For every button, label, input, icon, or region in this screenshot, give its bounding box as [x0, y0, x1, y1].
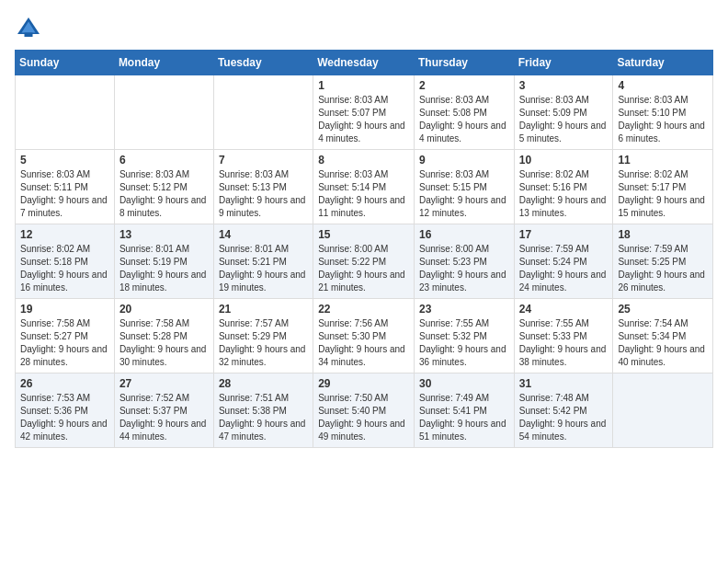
calendar-cell: 20Sunrise: 7:58 AMSunset: 5:28 PMDayligh…	[114, 299, 213, 373]
day-info: Sunrise: 8:02 AMSunset: 5:16 PMDaylight:…	[519, 168, 609, 220]
day-info: Sunrise: 7:49 AMSunset: 5:41 PMDaylight:…	[419, 392, 509, 443]
calendar-cell: 26Sunrise: 7:53 AMSunset: 5:36 PMDayligh…	[16, 373, 115, 448]
calendar-cell: 2Sunrise: 8:03 AMSunset: 5:08 PMDaylight…	[414, 75, 514, 150]
day-number: 26	[20, 377, 109, 390]
day-info: Sunrise: 7:57 AMSunset: 5:29 PMDaylight:…	[219, 317, 308, 369]
weekday-header-saturday: Saturday	[613, 51, 713, 75]
calendar-table: SundayMondayTuesdayWednesdayThursdayFrid…	[15, 50, 713, 448]
day-info: Sunrise: 7:55 AMSunset: 5:32 PMDaylight:…	[419, 317, 509, 369]
day-number: 1	[318, 79, 409, 92]
calendar-cell: 11Sunrise: 8:02 AMSunset: 5:17 PMDayligh…	[613, 150, 713, 224]
day-info: Sunrise: 7:58 AMSunset: 5:28 PMDaylight:…	[119, 317, 209, 369]
calendar-cell: 23Sunrise: 7:55 AMSunset: 5:32 PMDayligh…	[414, 299, 514, 373]
calendar-week-5: 26Sunrise: 7:53 AMSunset: 5:36 PMDayligh…	[16, 373, 713, 448]
calendar-cell: 29Sunrise: 7:50 AMSunset: 5:40 PMDayligh…	[313, 373, 415, 448]
day-number: 19	[20, 303, 109, 316]
day-info: Sunrise: 7:51 AMSunset: 5:38 PMDaylight:…	[219, 392, 308, 443]
day-info: Sunrise: 7:58 AMSunset: 5:27 PMDaylight:…	[20, 317, 109, 369]
logo-icon	[15, 15, 42, 42]
calendar-cell: 12Sunrise: 8:02 AMSunset: 5:18 PMDayligh…	[16, 224, 115, 299]
day-info: Sunrise: 8:00 AMSunset: 5:22 PMDaylight:…	[318, 243, 409, 294]
calendar-week-2: 5Sunrise: 8:03 AMSunset: 5:11 PMDaylight…	[16, 150, 713, 224]
day-number: 31	[519, 377, 609, 390]
day-info: Sunrise: 7:50 AMSunset: 5:40 PMDaylight:…	[318, 392, 409, 443]
day-number: 29	[318, 377, 409, 390]
calendar-cell: 19Sunrise: 7:58 AMSunset: 5:27 PMDayligh…	[16, 299, 115, 373]
day-info: Sunrise: 8:03 AMSunset: 5:07 PMDaylight:…	[318, 94, 409, 145]
page-container: SundayMondayTuesdayWednesdayThursdayFrid…	[0, 0, 728, 455]
calendar-cell	[114, 75, 213, 150]
day-number: 30	[419, 377, 509, 390]
calendar-cell: 7Sunrise: 8:03 AMSunset: 5:13 PMDaylight…	[213, 150, 313, 224]
day-number: 7	[219, 154, 308, 167]
calendar-cell: 27Sunrise: 7:52 AMSunset: 5:37 PMDayligh…	[114, 373, 213, 448]
day-info: Sunrise: 7:54 AMSunset: 5:34 PMDaylight:…	[618, 317, 708, 369]
day-number: 18	[618, 228, 708, 241]
day-info: Sunrise: 8:02 AMSunset: 5:17 PMDaylight:…	[618, 168, 708, 220]
day-number: 17	[519, 228, 609, 241]
calendar-cell: 25Sunrise: 7:54 AMSunset: 5:34 PMDayligh…	[613, 299, 713, 373]
day-info: Sunrise: 7:48 AMSunset: 5:42 PMDaylight:…	[519, 392, 609, 443]
calendar-cell: 5Sunrise: 8:03 AMSunset: 5:11 PMDaylight…	[16, 150, 115, 224]
calendar-week-1: 1Sunrise: 8:03 AMSunset: 5:07 PMDaylight…	[16, 75, 713, 150]
day-number: 15	[318, 228, 409, 241]
day-info: Sunrise: 7:52 AMSunset: 5:37 PMDaylight:…	[119, 392, 209, 443]
day-number: 6	[119, 154, 209, 167]
day-info: Sunrise: 8:03 AMSunset: 5:11 PMDaylight:…	[20, 168, 109, 220]
calendar-cell: 4Sunrise: 8:03 AMSunset: 5:10 PMDaylight…	[613, 75, 713, 150]
calendar-cell	[213, 75, 313, 150]
day-number: 16	[419, 228, 509, 241]
day-number: 5	[20, 154, 109, 167]
calendar-cell	[16, 75, 115, 150]
calendar-cell: 17Sunrise: 7:59 AMSunset: 5:24 PMDayligh…	[514, 224, 613, 299]
weekday-header-monday: Monday	[114, 51, 213, 75]
day-info: Sunrise: 7:59 AMSunset: 5:24 PMDaylight:…	[519, 243, 609, 294]
calendar-cell	[613, 373, 713, 448]
day-info: Sunrise: 7:59 AMSunset: 5:25 PMDaylight:…	[618, 243, 708, 294]
day-info: Sunrise: 7:55 AMSunset: 5:33 PMDaylight:…	[519, 317, 609, 369]
calendar-cell: 30Sunrise: 7:49 AMSunset: 5:41 PMDayligh…	[414, 373, 514, 448]
day-number: 24	[519, 303, 609, 316]
day-number: 20	[119, 303, 209, 316]
calendar-week-4: 19Sunrise: 7:58 AMSunset: 5:27 PMDayligh…	[16, 299, 713, 373]
svg-rect-2	[25, 33, 33, 38]
calendar-cell: 1Sunrise: 8:03 AMSunset: 5:07 PMDaylight…	[313, 75, 415, 150]
day-number: 25	[618, 303, 708, 316]
calendar-cell: 10Sunrise: 8:02 AMSunset: 5:16 PMDayligh…	[514, 150, 613, 224]
day-info: Sunrise: 8:03 AMSunset: 5:09 PMDaylight:…	[519, 94, 609, 145]
day-info: Sunrise: 8:03 AMSunset: 5:08 PMDaylight:…	[419, 94, 509, 145]
calendar-cell: 9Sunrise: 8:03 AMSunset: 5:15 PMDaylight…	[414, 150, 514, 224]
calendar-cell: 22Sunrise: 7:56 AMSunset: 5:30 PMDayligh…	[313, 299, 415, 373]
day-number: 8	[318, 154, 409, 167]
day-number: 28	[219, 377, 308, 390]
weekday-header-tuesday: Tuesday	[213, 51, 313, 75]
day-number: 12	[20, 228, 109, 241]
calendar-week-3: 12Sunrise: 8:02 AMSunset: 5:18 PMDayligh…	[16, 224, 713, 299]
day-info: Sunrise: 8:00 AMSunset: 5:23 PMDaylight:…	[419, 243, 509, 294]
day-number: 27	[119, 377, 209, 390]
calendar-cell: 15Sunrise: 8:00 AMSunset: 5:22 PMDayligh…	[313, 224, 415, 299]
day-number: 3	[519, 79, 609, 92]
day-number: 11	[618, 154, 708, 167]
day-info: Sunrise: 8:01 AMSunset: 5:19 PMDaylight:…	[119, 243, 209, 294]
calendar-cell: 14Sunrise: 8:01 AMSunset: 5:21 PMDayligh…	[213, 224, 313, 299]
day-number: 22	[318, 303, 409, 316]
calendar-cell: 3Sunrise: 8:03 AMSunset: 5:09 PMDaylight…	[514, 75, 613, 150]
calendar-cell: 8Sunrise: 8:03 AMSunset: 5:14 PMDaylight…	[313, 150, 415, 224]
calendar-cell: 31Sunrise: 7:48 AMSunset: 5:42 PMDayligh…	[514, 373, 613, 448]
day-info: Sunrise: 7:56 AMSunset: 5:30 PMDaylight:…	[318, 317, 409, 369]
day-number: 13	[119, 228, 209, 241]
weekday-header-friday: Friday	[514, 51, 613, 75]
calendar-cell: 28Sunrise: 7:51 AMSunset: 5:38 PMDayligh…	[213, 373, 313, 448]
day-number: 10	[519, 154, 609, 167]
calendar-cell: 13Sunrise: 8:01 AMSunset: 5:19 PMDayligh…	[114, 224, 213, 299]
day-number: 14	[219, 228, 308, 241]
weekday-header-sunday: Sunday	[16, 51, 115, 75]
weekday-header-wednesday: Wednesday	[313, 51, 415, 75]
calendar-cell: 16Sunrise: 8:00 AMSunset: 5:23 PMDayligh…	[414, 224, 514, 299]
page-header	[15, 15, 713, 42]
calendar-cell: 6Sunrise: 8:03 AMSunset: 5:12 PMDaylight…	[114, 150, 213, 224]
day-number: 9	[419, 154, 509, 167]
day-number: 23	[419, 303, 509, 316]
day-info: Sunrise: 8:03 AMSunset: 5:13 PMDaylight:…	[219, 168, 308, 220]
